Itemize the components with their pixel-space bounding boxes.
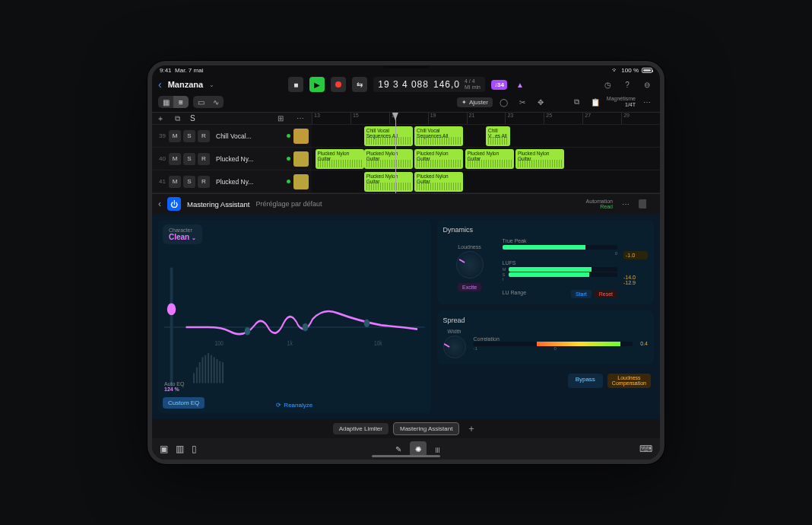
adjust-tool[interactable]: ✦ Ajuster	[457, 97, 493, 107]
edit-mode-gear[interactable]: ✺	[410, 441, 427, 457]
mute-button[interactable]: M	[169, 130, 181, 142]
plugin-preset[interactable]: Préréglage par défaut	[255, 200, 322, 208]
add-track-button[interactable]: ＋	[157, 113, 164, 124]
scissors-icon[interactable]: ✂	[515, 95, 529, 109]
back-button[interactable]: ‹	[158, 78, 162, 91]
record-enable-button[interactable]: R	[198, 153, 210, 165]
home-indicator[interactable]	[372, 455, 440, 457]
chain-add-button[interactable]: ＋	[464, 422, 479, 435]
audio-region[interactable]: Plucked Nylon Guitar	[414, 172, 463, 192]
project-dropdown-icon[interactable]: ⌄	[209, 81, 214, 88]
track-instrument-icon[interactable]	[293, 151, 309, 167]
wand-icon: ✦	[462, 99, 467, 106]
audio-region[interactable]: Plucked Nylon Guitar	[515, 149, 564, 169]
add-region-icon[interactable]: ⊞	[274, 112, 287, 126]
copy-icon[interactable]: ⧉	[570, 95, 584, 109]
play-button[interactable]: ▶	[309, 77, 325, 92]
plugin-more-icon[interactable]: ⋯	[619, 197, 633, 211]
track-instrument-icon[interactable]	[293, 129, 309, 144]
mute-button[interactable]: M	[169, 153, 181, 165]
ruler-tick[interactable]: 27	[582, 113, 621, 124]
loudness-compensation-button[interactable]: LoudnessCompensation	[607, 374, 651, 388]
reset-button[interactable]: Reset	[595, 290, 617, 298]
duplicate-track-icon[interactable]: ⧉	[170, 112, 184, 126]
loop-tool-icon[interactable]: ◯	[497, 95, 511, 109]
keyboard-icon[interactable]: ⌨	[639, 444, 652, 454]
plugin-power-button[interactable]: ⏻	[167, 197, 181, 211]
ruler-tick[interactable]: 15	[350, 113, 389, 124]
solo-button[interactable]: S	[183, 153, 195, 165]
character-selector[interactable]: Character Clean ⌄	[163, 224, 202, 244]
more-icon[interactable]: ⋯	[640, 95, 654, 109]
paste-icon[interactable]: 📋	[588, 95, 602, 109]
loudness-knob[interactable]	[456, 251, 484, 278]
eq-curve[interactable]: 100 1k 10k	[164, 247, 425, 407]
snap-indicator[interactable]: Magnétisme 1/4T	[607, 96, 636, 107]
solo-button[interactable]: S	[183, 130, 195, 142]
cycle-button[interactable]: ⇆	[352, 77, 367, 92]
custom-eq-button[interactable]: Custom EQ	[163, 397, 205, 409]
svg-rect-10	[205, 355, 206, 383]
audio-region[interactable]: Chill V...es All	[486, 126, 510, 146]
solo-button[interactable]: S	[183, 176, 195, 188]
browser-icon[interactable]: ▥	[176, 444, 184, 454]
library-icon[interactable]: ▣	[160, 444, 168, 454]
track-row[interactable]: 39MSRChill Vocal...	[152, 125, 312, 148]
tuning-fork-icon[interactable]: ▲	[513, 78, 527, 91]
record-enable-button[interactable]: R	[198, 130, 210, 142]
track-more-icon[interactable]: ⋯	[293, 112, 307, 126]
width-knob[interactable]	[443, 336, 466, 358]
playhead[interactable]	[395, 113, 396, 193]
chain-adaptive-limiter[interactable]: Adaptive Limiter	[333, 423, 389, 434]
mute-button[interactable]: M	[169, 176, 181, 188]
ruler-tick[interactable]: 29	[621, 113, 660, 124]
audio-region[interactable]: Chill Vocal Sequences All	[364, 126, 413, 146]
svg-rect-7	[196, 368, 198, 383]
notepad-icon[interactable]: ▯	[192, 444, 197, 454]
ruler[interactable]: 131517192123252729	[312, 113, 660, 125]
chevron-down-icon: ⌄	[192, 235, 196, 240]
timeline[interactable]: 131517192123252729 Chill Vocal Sequences…	[312, 113, 660, 193]
ruler-tick[interactable]: 13	[312, 113, 350, 124]
track-instrument-icon[interactable]	[293, 174, 309, 189]
panel-button[interactable]: ▭	[193, 96, 208, 108]
stop-button[interactable]: ■	[288, 77, 303, 92]
audio-region[interactable]: Chill Vocal Sequences All	[414, 126, 463, 146]
grid-view-button[interactable]: ▦	[158, 96, 173, 108]
automation-button[interactable]: ∿	[208, 96, 224, 108]
solo-header[interactable]: S	[190, 114, 195, 123]
track-active-dot	[287, 180, 290, 183]
history-icon[interactable]: ◷	[601, 78, 614, 91]
record-button[interactable]	[331, 77, 346, 92]
track-name: Plucked Ny...	[213, 178, 284, 186]
audio-region[interactable]: Plucked Nylon Guitar	[364, 172, 413, 192]
chain-mastering-assistant[interactable]: Mastering Assistant	[393, 422, 459, 435]
audio-region[interactable]: Plucked Nylon Guitar	[414, 149, 463, 169]
bypass-button[interactable]: Bypass	[568, 374, 603, 388]
record-enable-button[interactable]: R	[198, 176, 210, 188]
help-icon[interactable]: ?	[620, 78, 634, 91]
lcd-display[interactable]: 19 3 4 088 146,0 4 / 4 MI min	[373, 77, 485, 91]
start-button[interactable]: Start	[571, 290, 592, 298]
settings-icon[interactable]: ⊖	[640, 78, 654, 91]
plugin-back-button[interactable]: ‹	[158, 199, 161, 209]
track-row[interactable]: 40MSRPlucked Ny...	[152, 148, 312, 170]
ruler-tick[interactable]: 25	[544, 113, 582, 124]
excite-button[interactable]: Excite	[458, 283, 481, 291]
bars-tag[interactable]: ↓34	[491, 80, 507, 90]
ruler-tick[interactable]: 19	[428, 113, 467, 124]
edit-mode-mixer[interactable]: ⫼	[430, 441, 446, 457]
audio-region[interactable]: Plucked Nylon Guitar	[364, 149, 413, 169]
auto-eq-readout: Auto EQ 124 %	[164, 381, 184, 392]
reanalyze-button[interactable]: ⟳ Reanalyze	[276, 402, 312, 409]
list-view-button[interactable]: ≡	[173, 96, 189, 108]
automation-mode[interactable]: Automation Read	[586, 199, 613, 209]
track-row[interactable]: 41MSRPlucked Ny...	[152, 170, 312, 193]
audio-region[interactable]: Plucked Nylon Guitar	[316, 149, 364, 169]
ruler-tick[interactable]: 21	[467, 113, 506, 124]
audio-region[interactable]: Plucked Nylon Guitar	[465, 149, 514, 169]
edit-mode-pencil[interactable]: ✎	[390, 441, 407, 457]
ruler-tick[interactable]: 23	[505, 113, 544, 124]
project-name[interactable]: Manzana	[168, 80, 203, 89]
move-tool-icon[interactable]: ✥	[534, 95, 547, 109]
